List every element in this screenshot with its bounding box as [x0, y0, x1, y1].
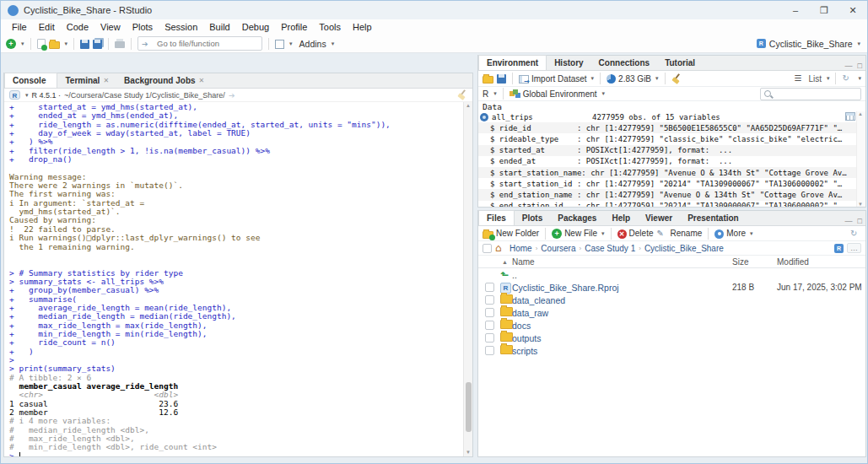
open-file-caret-icon[interactable]: ▾ — [65, 40, 68, 47]
environment-tab[interactable]: Environment — [478, 55, 547, 70]
goto-file-function-input[interactable] — [155, 38, 258, 49]
files-minimize-icon[interactable]: — — [845, 217, 853, 225]
menu-item[interactable]: Session — [159, 19, 203, 35]
file-row[interactable]: scripts — [478, 344, 865, 357]
column-modified[interactable]: Modified — [777, 257, 809, 267]
language-selector[interactable]: R — [483, 89, 488, 99]
breadcrumb-coursera[interactable]: Coursera — [541, 244, 575, 253]
goto-file-function-box[interactable] — [137, 36, 262, 51]
restore-button[interactable]: ❐ — [810, 1, 838, 19]
file-checkbox[interactable] — [485, 321, 494, 330]
new-folder-button[interactable]: New Folder — [483, 229, 539, 239]
object-name[interactable]: all_trips — [492, 113, 533, 121]
column-name[interactable]: Name — [512, 257, 535, 267]
environment-tab[interactable]: Tutorial — [657, 56, 703, 70]
menu-item[interactable]: Debug — [236, 19, 275, 35]
scrollbar-thumb[interactable] — [466, 382, 472, 432]
new-file-button[interactable]: New File ▾ — [552, 229, 604, 239]
menu-item[interactable]: Code — [61, 19, 94, 35]
column-size[interactable]: Size — [732, 257, 748, 267]
files-tab[interactable]: Packages — [550, 211, 604, 225]
files-tab[interactable]: Presentation — [680, 211, 747, 225]
menu-item[interactable]: Edit — [33, 19, 61, 35]
console-tab[interactable]: Background Jobs ✕ — [116, 73, 212, 88]
file-row[interactable]: data_cleaned — [478, 294, 865, 306]
breadcrumb-case-study[interactable]: Case Study 1 — [585, 244, 635, 253]
workspace-caret-icon[interactable]: ▾ — [289, 40, 293, 47]
save-all-icon[interactable] — [93, 40, 102, 49]
home-icon[interactable] — [495, 243, 506, 253]
scroll-down-icon[interactable]: ▼ — [858, 202, 863, 207]
file-checkbox[interactable] — [485, 308, 494, 317]
rename-button[interactable]: Rename — [656, 229, 702, 239]
clear-console-icon[interactable] — [457, 89, 467, 100]
tab-close-icon[interactable]: ✕ — [199, 73, 205, 88]
files-tab[interactable]: Viewer — [638, 211, 680, 225]
addins-caret-icon[interactable]: ▾ — [332, 40, 335, 47]
refresh-environment-icon[interactable] — [842, 73, 853, 84]
file-name[interactable]: docs — [512, 321, 531, 331]
file-row[interactable]: Cyclistic_Bike_Share.Rproj 218 B Jun 17,… — [478, 281, 865, 294]
more-options-icon[interactable]: … — [847, 243, 861, 253]
new-project-icon[interactable] — [37, 39, 46, 49]
console-tab[interactable]: Console — [4, 73, 57, 88]
file-name[interactable]: data_cleaned — [512, 295, 565, 305]
list-view-icon[interactable] — [794, 73, 805, 84]
file-name[interactable]: data_raw — [512, 308, 548, 318]
file-name[interactable]: outputs — [512, 333, 541, 343]
import-dataset-button[interactable]: Import Dataset ▾ — [519, 74, 594, 84]
files-tab[interactable]: Files — [478, 210, 515, 225]
environment-minimize-icon[interactable]: — — [845, 62, 853, 70]
menu-item[interactable]: Plots — [127, 19, 159, 35]
files-tab[interactable]: Help — [604, 211, 638, 225]
console-scrollbar[interactable]: ▲ ▼ — [463, 102, 472, 456]
open-file-icon[interactable] — [49, 41, 60, 49]
environment-tab[interactable]: Connections — [591, 56, 658, 70]
menu-item[interactable]: Help — [347, 19, 378, 35]
file-checkbox[interactable] — [485, 295, 494, 305]
r-version-icon[interactable] — [9, 90, 20, 100]
delete-button[interactable]: Delete — [617, 229, 654, 239]
file-row[interactable]: docs — [478, 319, 865, 332]
view-table-icon[interactable] — [845, 112, 855, 121]
goto-directory-icon[interactable] — [229, 90, 240, 100]
file-row[interactable]: .. — [478, 268, 865, 281]
sort-asc-icon[interactable]: ▲ — [502, 259, 508, 265]
scroll-down-icon[interactable]: ▼ — [464, 449, 472, 456]
addins-menu[interactable]: Addins — [299, 39, 326, 49]
file-checkbox[interactable] — [485, 346, 494, 355]
scroll-up-icon[interactable]: ▲ — [858, 111, 863, 116]
expand-object-icon[interactable] — [480, 113, 488, 121]
breadcrumb-project[interactable]: Cyclistic_Bike_Share — [644, 244, 724, 253]
project-folder-icon[interactable] — [834, 244, 844, 253]
scroll-up-icon[interactable]: ▲ — [464, 102, 472, 110]
menu-item[interactable]: Profile — [275, 19, 313, 35]
file-name[interactable]: .. — [512, 270, 517, 280]
breadcrumb-home[interactable]: Home — [509, 244, 532, 253]
menu-item[interactable]: View — [94, 19, 127, 35]
save-icon[interactable] — [80, 40, 89, 49]
menu-item[interactable]: Tools — [313, 19, 347, 35]
memory-usage-button[interactable]: 2.83 GiB ▾ — [607, 73, 658, 84]
menu-item[interactable]: Build — [203, 19, 235, 35]
file-name[interactable]: scripts — [512, 346, 537, 356]
environment-maximize-icon[interactable]: □ — [858, 62, 862, 70]
workspace-grid-icon[interactable] — [275, 40, 284, 49]
file-name[interactable]: Cyclistic_Bike_Share.Rproj — [512, 283, 619, 293]
r-version-caret-icon[interactable]: ▾ — [25, 92, 29, 99]
file-row[interactable]: data_raw — [478, 306, 865, 319]
console-tab[interactable]: Terminal ✕ — [57, 73, 116, 88]
environment-scope-selector[interactable]: Global Environment — [523, 89, 597, 99]
select-all-checkbox[interactable] — [483, 244, 492, 253]
more-button[interactable]: More ▾ — [714, 229, 752, 239]
environment-object-row[interactable]: all_trips 4277959 obs. of 15 variables — [478, 111, 857, 122]
minimize-button[interactable]: – — [781, 1, 810, 19]
console-prompt-line[interactable]: > — [9, 452, 472, 456]
print-icon[interactable] — [115, 41, 125, 48]
environment-scrollbar[interactable]: ▲ ▼ — [856, 111, 865, 207]
file-checkbox[interactable] — [485, 283, 494, 292]
file-checkbox[interactable] — [485, 333, 494, 343]
clear-environment-icon[interactable] — [671, 73, 682, 84]
file-row[interactable]: outputs — [478, 332, 865, 344]
new-file-icon[interactable] — [6, 39, 16, 49]
